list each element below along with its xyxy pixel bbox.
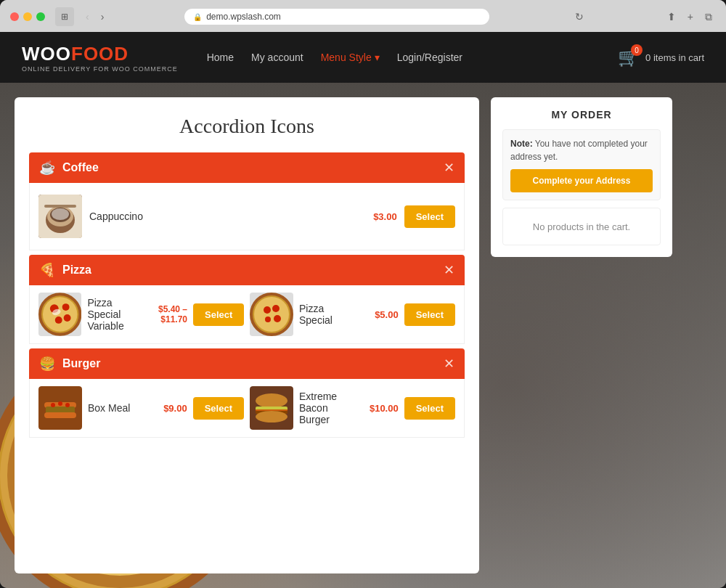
security-lock-icon: 🔒 — [193, 13, 202, 21]
svg-point-19 — [52, 208, 69, 220]
order-title: MY ORDER — [502, 109, 661, 121]
svg-point-30 — [254, 297, 289, 332]
back-button[interactable]: ‹ — [81, 9, 94, 24]
svg-rect-20 — [44, 205, 76, 208]
product-col-box-meal: Box Meal $9.00 Select — [38, 386, 244, 430]
svg-point-33 — [274, 315, 281, 322]
burger-label: Burger — [62, 357, 436, 370]
logo-food: FOOD — [71, 43, 129, 65]
accordion-pizza-header[interactable]: 🍕 Pizza ✕ — [29, 255, 465, 285]
nav-home[interactable]: Home — [207, 52, 234, 63]
coffee-label: Coffee — [62, 161, 436, 174]
pizza-variable-image — [38, 293, 81, 336]
order-note-bold: Note: — [510, 139, 533, 149]
nav-login[interactable]: Login/Register — [397, 52, 462, 63]
close-button[interactable] — [10, 12, 19, 21]
pizza-variable-select-button[interactable]: Select — [193, 303, 244, 326]
accordion-pizza: 🍕 Pizza ✕ — [29, 255, 465, 344]
reload-button[interactable]: ↻ — [571, 9, 587, 24]
burger-close-icon[interactable]: ✕ — [444, 356, 454, 372]
box-meal-name: Box Meal — [88, 402, 131, 414]
svg-point-24 — [62, 303, 70, 311]
page-content: WOOFOOD ONLINE DELIVERY FOR WOO COMMERCE… — [0, 32, 726, 588]
bacon-burger-image — [250, 386, 293, 430]
cappuccino-name: Cappuccino — [89, 211, 339, 222]
traffic-lights — [10, 12, 45, 21]
burger-icon: 🍔 — [39, 356, 55, 372]
maximize-button[interactable] — [36, 12, 45, 21]
svg-point-48 — [256, 411, 287, 422]
pizza-products-grid: Pizza Special Variable $5.40 – $11.70 Se… — [38, 293, 455, 336]
nav-account[interactable]: My account — [251, 52, 303, 63]
order-empty: No products in the cart. — [502, 208, 661, 245]
pizza-special-image — [250, 293, 293, 336]
page-title: Accordion Icons — [29, 115, 465, 138]
accordion-coffee-body: Cappuccino $3.00 Select — [29, 183, 465, 250]
accordion-pizza-body: Pizza Special Variable $5.40 – $11.70 Se… — [29, 285, 465, 344]
site-body: Accordion Icons ☕ Coffee ✕ — [0, 83, 726, 588]
chevron-down-icon: ▾ — [375, 52, 380, 63]
site-logo: WOOFOOD ONLINE DELIVERY FOR WOO COMMERCE — [22, 43, 178, 73]
svg-point-22 — [43, 297, 78, 332]
logo-woo: WOO — [22, 43, 71, 65]
logo-text: WOOFOOD — [22, 43, 178, 65]
browser-controls: ⊞ — [55, 7, 74, 26]
pizza-close-icon[interactable]: ✕ — [444, 262, 454, 278]
forward-button[interactable]: › — [97, 9, 109, 24]
svg-point-26 — [55, 317, 62, 324]
content-area: Accordion Icons ☕ Coffee ✕ — [0, 83, 726, 588]
minimize-button[interactable] — [23, 12, 32, 21]
accordion-coffee-header[interactable]: ☕ Coffee ✕ — [29, 152, 465, 183]
svg-rect-39 — [44, 412, 76, 418]
browser-frame: ⊞ ‹ › 🔒 demo.wpslash.com ↻ ⬆ + ⧉ WOOFOOD… — [0, 0, 726, 588]
bacon-burger-name: Extreme Bacon Burger — [299, 391, 342, 425]
site-nav: WOOFOOD ONLINE DELIVERY FOR WOO COMMERCE… — [0, 32, 726, 83]
svg-point-31 — [264, 306, 271, 314]
nav-cart[interactable]: 🛒 0 0 items in cart — [618, 47, 704, 68]
menu-panel: Accordion Icons ☕ Coffee ✕ — [15, 97, 479, 573]
pizza-special-select-button[interactable]: Select — [404, 303, 455, 326]
pizza-special-name: Pizza Special — [299, 303, 342, 326]
burger-products-grid: Box Meal $9.00 Select — [38, 386, 455, 430]
order-note-text: Note: You have not completed your addres… — [510, 137, 653, 163]
order-panel: MY ORDER Note: You have not completed yo… — [491, 97, 672, 257]
accordion-burger-body: Box Meal $9.00 Select — [29, 379, 465, 438]
cart-icon-wrap: 🛒 0 — [618, 47, 640, 68]
browser-nav: ‹ › — [81, 9, 108, 24]
tabs-button[interactable]: ⧉ — [701, 9, 716, 25]
pizza-variable-name: Pizza Special Variable — [87, 297, 123, 332]
pizza-special-price: $5.00 — [348, 309, 399, 320]
accordion-burger: 🍔 Burger ✕ — [29, 348, 465, 438]
url-display: demo.wpslash.com — [206, 12, 281, 22]
box-meal-select-button[interactable]: Select — [193, 397, 244, 420]
cart-badge: 0 — [631, 44, 643, 56]
pizza-icon: 🍕 — [39, 262, 55, 278]
order-note: Note: You have not completed your addres… — [502, 129, 661, 200]
logo-subtitle: ONLINE DELIVERY FOR WOO COMMERCE — [22, 65, 178, 73]
order-empty-text: No products in the cart. — [533, 221, 630, 232]
svg-point-32 — [272, 305, 280, 312]
bacon-burger-select-button[interactable]: Select — [404, 397, 455, 420]
accordion-burger-header[interactable]: 🍔 Burger ✕ — [29, 348, 465, 379]
cappuccino-price: $3.00 — [346, 211, 397, 222]
complete-address-button[interactable]: Complete your Address — [510, 169, 653, 192]
product-col-bacon-burger: Extreme Bacon Burger $10.00 Select — [250, 386, 455, 430]
svg-point-25 — [64, 314, 71, 322]
nav-menu-style[interactable]: Menu Style ▾ — [321, 52, 380, 63]
sidebar-toggle-button[interactable]: ⊞ — [55, 7, 74, 26]
svg-point-44 — [256, 393, 287, 408]
share-button[interactable]: ⬆ — [664, 9, 680, 25]
cappuccino-image — [38, 195, 82, 238]
new-tab-button[interactable]: + — [684, 9, 697, 25]
bacon-burger-price: $10.00 — [348, 403, 399, 414]
svg-point-40 — [51, 403, 55, 407]
cart-text: 0 items in cart — [645, 52, 704, 63]
address-bar[interactable]: 🔒 demo.wpslash.com — [184, 9, 489, 25]
svg-point-42 — [65, 403, 70, 407]
cappuccino-select-button[interactable]: Select — [404, 205, 455, 228]
product-col-pizza-special: Pizza Special $5.00 Select — [250, 293, 455, 336]
svg-point-34 — [265, 317, 271, 322]
coffee-close-icon[interactable]: ✕ — [444, 160, 454, 176]
box-meal-price: $9.00 — [136, 403, 187, 414]
coffee-icon: ☕ — [39, 160, 55, 176]
